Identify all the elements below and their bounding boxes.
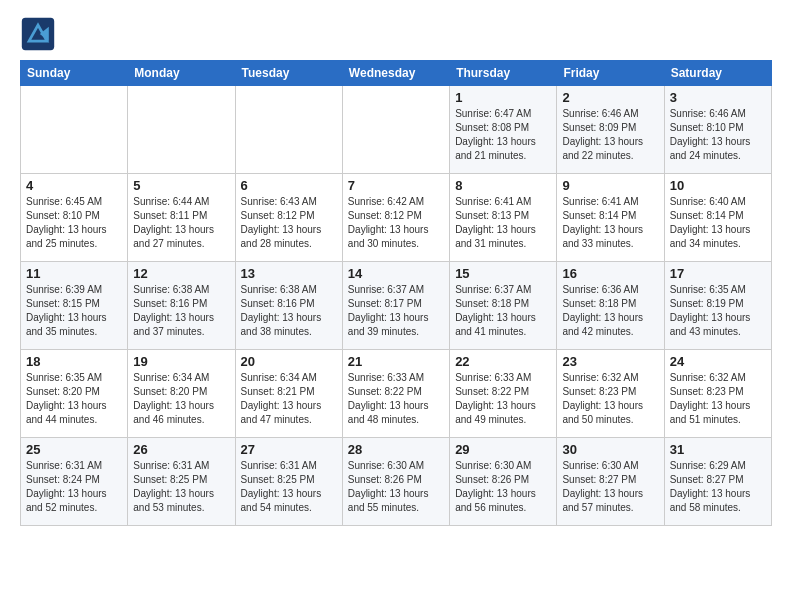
- calendar-week-5: 25Sunrise: 6:31 AM Sunset: 8:24 PM Dayli…: [21, 438, 772, 526]
- day-info: Sunrise: 6:38 AM Sunset: 8:16 PM Dayligh…: [133, 283, 229, 339]
- day-number: 30: [562, 442, 658, 457]
- day-info: Sunrise: 6:32 AM Sunset: 8:23 PM Dayligh…: [670, 371, 766, 427]
- day-number: 14: [348, 266, 444, 281]
- day-number: 17: [670, 266, 766, 281]
- calendar-cell: [21, 86, 128, 174]
- calendar-cell: 6Sunrise: 6:43 AM Sunset: 8:12 PM Daylig…: [235, 174, 342, 262]
- day-info: Sunrise: 6:42 AM Sunset: 8:12 PM Dayligh…: [348, 195, 444, 251]
- calendar-header: SundayMondayTuesdayWednesdayThursdayFrid…: [21, 61, 772, 86]
- day-number: 16: [562, 266, 658, 281]
- day-info: Sunrise: 6:47 AM Sunset: 8:08 PM Dayligh…: [455, 107, 551, 163]
- calendar-cell: 3Sunrise: 6:46 AM Sunset: 8:10 PM Daylig…: [664, 86, 771, 174]
- day-number: 23: [562, 354, 658, 369]
- day-number: 6: [241, 178, 337, 193]
- day-number: 29: [455, 442, 551, 457]
- day-info: Sunrise: 6:38 AM Sunset: 8:16 PM Dayligh…: [241, 283, 337, 339]
- weekday-header-tuesday: Tuesday: [235, 61, 342, 86]
- day-info: Sunrise: 6:37 AM Sunset: 8:17 PM Dayligh…: [348, 283, 444, 339]
- calendar-cell: 24Sunrise: 6:32 AM Sunset: 8:23 PM Dayli…: [664, 350, 771, 438]
- day-number: 15: [455, 266, 551, 281]
- day-number: 18: [26, 354, 122, 369]
- calendar-week-3: 11Sunrise: 6:39 AM Sunset: 8:15 PM Dayli…: [21, 262, 772, 350]
- page-header: [20, 16, 772, 52]
- day-number: 8: [455, 178, 551, 193]
- day-info: Sunrise: 6:29 AM Sunset: 8:27 PM Dayligh…: [670, 459, 766, 515]
- weekday-header-thursday: Thursday: [450, 61, 557, 86]
- weekday-header-friday: Friday: [557, 61, 664, 86]
- day-number: 20: [241, 354, 337, 369]
- day-info: Sunrise: 6:46 AM Sunset: 8:09 PM Dayligh…: [562, 107, 658, 163]
- calendar-week-2: 4Sunrise: 6:45 AM Sunset: 8:10 PM Daylig…: [21, 174, 772, 262]
- day-info: Sunrise: 6:32 AM Sunset: 8:23 PM Dayligh…: [562, 371, 658, 427]
- day-number: 27: [241, 442, 337, 457]
- day-number: 5: [133, 178, 229, 193]
- calendar-cell: 7Sunrise: 6:42 AM Sunset: 8:12 PM Daylig…: [342, 174, 449, 262]
- calendar-table: SundayMondayTuesdayWednesdayThursdayFrid…: [20, 60, 772, 526]
- weekday-header-monday: Monday: [128, 61, 235, 86]
- day-info: Sunrise: 6:30 AM Sunset: 8:27 PM Dayligh…: [562, 459, 658, 515]
- day-info: Sunrise: 6:36 AM Sunset: 8:18 PM Dayligh…: [562, 283, 658, 339]
- day-number: 13: [241, 266, 337, 281]
- calendar-cell: 25Sunrise: 6:31 AM Sunset: 8:24 PM Dayli…: [21, 438, 128, 526]
- day-info: Sunrise: 6:34 AM Sunset: 8:21 PM Dayligh…: [241, 371, 337, 427]
- calendar-cell: [342, 86, 449, 174]
- calendar-cell: 30Sunrise: 6:30 AM Sunset: 8:27 PM Dayli…: [557, 438, 664, 526]
- day-number: 12: [133, 266, 229, 281]
- day-info: Sunrise: 6:31 AM Sunset: 8:25 PM Dayligh…: [133, 459, 229, 515]
- calendar-cell: 9Sunrise: 6:41 AM Sunset: 8:14 PM Daylig…: [557, 174, 664, 262]
- logo-icon: [20, 16, 56, 52]
- day-info: Sunrise: 6:33 AM Sunset: 8:22 PM Dayligh…: [455, 371, 551, 427]
- day-info: Sunrise: 6:31 AM Sunset: 8:24 PM Dayligh…: [26, 459, 122, 515]
- calendar-cell: 18Sunrise: 6:35 AM Sunset: 8:20 PM Dayli…: [21, 350, 128, 438]
- calendar-cell: 13Sunrise: 6:38 AM Sunset: 8:16 PM Dayli…: [235, 262, 342, 350]
- calendar-cell: 8Sunrise: 6:41 AM Sunset: 8:13 PM Daylig…: [450, 174, 557, 262]
- calendar-cell: 21Sunrise: 6:33 AM Sunset: 8:22 PM Dayli…: [342, 350, 449, 438]
- day-number: 24: [670, 354, 766, 369]
- day-number: 9: [562, 178, 658, 193]
- calendar-cell: 27Sunrise: 6:31 AM Sunset: 8:25 PM Dayli…: [235, 438, 342, 526]
- calendar-cell: [235, 86, 342, 174]
- calendar-cell: 12Sunrise: 6:38 AM Sunset: 8:16 PM Dayli…: [128, 262, 235, 350]
- day-info: Sunrise: 6:35 AM Sunset: 8:19 PM Dayligh…: [670, 283, 766, 339]
- day-info: Sunrise: 6:31 AM Sunset: 8:25 PM Dayligh…: [241, 459, 337, 515]
- calendar-cell: 23Sunrise: 6:32 AM Sunset: 8:23 PM Dayli…: [557, 350, 664, 438]
- calendar-week-1: 1Sunrise: 6:47 AM Sunset: 8:08 PM Daylig…: [21, 86, 772, 174]
- calendar-cell: 26Sunrise: 6:31 AM Sunset: 8:25 PM Dayli…: [128, 438, 235, 526]
- day-info: Sunrise: 6:43 AM Sunset: 8:12 PM Dayligh…: [241, 195, 337, 251]
- calendar-cell: 5Sunrise: 6:44 AM Sunset: 8:11 PM Daylig…: [128, 174, 235, 262]
- day-number: 3: [670, 90, 766, 105]
- weekday-header-sunday: Sunday: [21, 61, 128, 86]
- calendar-cell: 31Sunrise: 6:29 AM Sunset: 8:27 PM Dayli…: [664, 438, 771, 526]
- day-number: 1: [455, 90, 551, 105]
- day-info: Sunrise: 6:39 AM Sunset: 8:15 PM Dayligh…: [26, 283, 122, 339]
- day-number: 11: [26, 266, 122, 281]
- calendar-cell: 10Sunrise: 6:40 AM Sunset: 8:14 PM Dayli…: [664, 174, 771, 262]
- day-number: 22: [455, 354, 551, 369]
- calendar-cell: 14Sunrise: 6:37 AM Sunset: 8:17 PM Dayli…: [342, 262, 449, 350]
- day-info: Sunrise: 6:41 AM Sunset: 8:13 PM Dayligh…: [455, 195, 551, 251]
- calendar-cell: 11Sunrise: 6:39 AM Sunset: 8:15 PM Dayli…: [21, 262, 128, 350]
- day-number: 25: [26, 442, 122, 457]
- day-number: 28: [348, 442, 444, 457]
- day-number: 21: [348, 354, 444, 369]
- day-info: Sunrise: 6:30 AM Sunset: 8:26 PM Dayligh…: [348, 459, 444, 515]
- calendar-cell: [128, 86, 235, 174]
- day-info: Sunrise: 6:33 AM Sunset: 8:22 PM Dayligh…: [348, 371, 444, 427]
- day-number: 31: [670, 442, 766, 457]
- day-info: Sunrise: 6:46 AM Sunset: 8:10 PM Dayligh…: [670, 107, 766, 163]
- day-info: Sunrise: 6:40 AM Sunset: 8:14 PM Dayligh…: [670, 195, 766, 251]
- day-info: Sunrise: 6:44 AM Sunset: 8:11 PM Dayligh…: [133, 195, 229, 251]
- day-info: Sunrise: 6:34 AM Sunset: 8:20 PM Dayligh…: [133, 371, 229, 427]
- calendar-body: 1Sunrise: 6:47 AM Sunset: 8:08 PM Daylig…: [21, 86, 772, 526]
- day-number: 7: [348, 178, 444, 193]
- calendar-cell: 4Sunrise: 6:45 AM Sunset: 8:10 PM Daylig…: [21, 174, 128, 262]
- calendar-cell: 1Sunrise: 6:47 AM Sunset: 8:08 PM Daylig…: [450, 86, 557, 174]
- calendar-cell: 15Sunrise: 6:37 AM Sunset: 8:18 PM Dayli…: [450, 262, 557, 350]
- day-info: Sunrise: 6:45 AM Sunset: 8:10 PM Dayligh…: [26, 195, 122, 251]
- day-number: 26: [133, 442, 229, 457]
- weekday-header-saturday: Saturday: [664, 61, 771, 86]
- day-number: 10: [670, 178, 766, 193]
- calendar-cell: 2Sunrise: 6:46 AM Sunset: 8:09 PM Daylig…: [557, 86, 664, 174]
- day-number: 2: [562, 90, 658, 105]
- calendar-cell: 22Sunrise: 6:33 AM Sunset: 8:22 PM Dayli…: [450, 350, 557, 438]
